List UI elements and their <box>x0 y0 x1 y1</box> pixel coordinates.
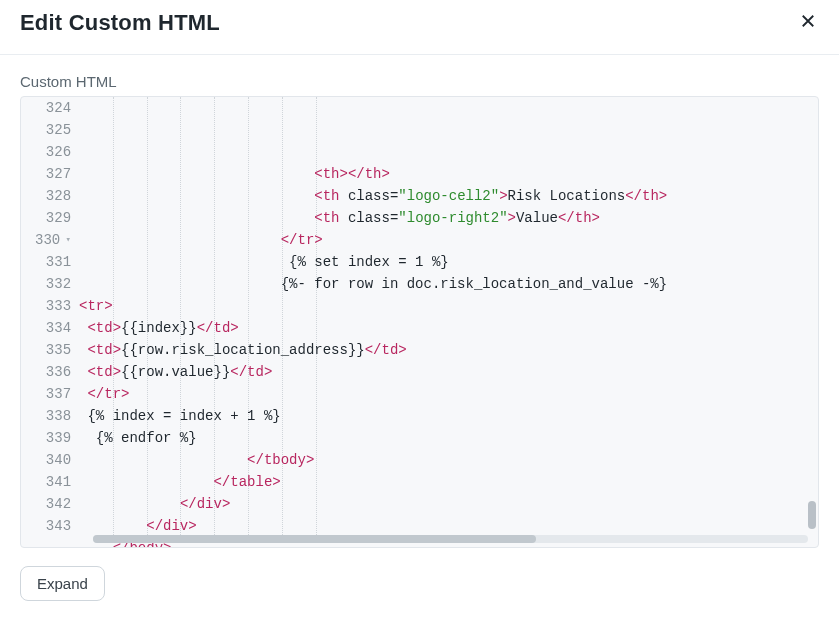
dialog-footer: Expand <box>0 556 839 611</box>
line-number: 339 <box>35 427 71 449</box>
code-line[interactable]: </tr> <box>79 383 798 405</box>
code-line[interactable]: <th class="logo-right2">Value</th> <box>79 207 798 229</box>
code-line[interactable]: {%- for row in doc.risk_location_and_val… <box>79 273 798 295</box>
expand-button[interactable]: Expand <box>20 566 105 601</box>
line-number: 325 <box>35 119 71 141</box>
code-line[interactable]: </table> <box>79 471 798 493</box>
line-number: 341 <box>35 471 71 493</box>
code-editor[interactable]: 3243253263273283293303313323333343353363… <box>20 96 819 548</box>
code-line[interactable]: {% endfor %} <box>79 427 798 449</box>
field-label: Custom HTML <box>20 73 819 90</box>
code-line[interactable]: <td>{{index}}</td> <box>79 317 798 339</box>
code-line[interactable]: <th class="logo-cell2">Risk Locations</t… <box>79 185 798 207</box>
line-number: 343 <box>35 515 71 537</box>
line-number: 330 <box>35 229 71 251</box>
code-line[interactable]: </tbody> <box>79 449 798 471</box>
code-line[interactable]: <td>{{row.value}}</td> <box>79 361 798 383</box>
line-number: 337 <box>35 383 71 405</box>
dialog-header: Edit Custom HTML <box>0 0 839 55</box>
code-line[interactable]: </div> <box>79 515 798 537</box>
line-number: 340 <box>35 449 71 471</box>
dialog-title: Edit Custom HTML <box>20 10 220 36</box>
code-line[interactable]: </div> <box>79 493 798 515</box>
line-number: 338 <box>35 405 71 427</box>
line-number: 329 <box>35 207 71 229</box>
line-number: 324 <box>35 97 71 119</box>
line-number: 326 <box>35 141 71 163</box>
code-lines[interactable]: <th></th> <th class="logo-cell2">Risk Lo… <box>79 97 818 547</box>
code-line[interactable]: {% index = index + 1 %} <box>79 405 798 427</box>
code-line[interactable]: <th></th> <box>79 163 798 185</box>
line-number-gutter: 3243253263273283293303313323333343353363… <box>21 97 79 547</box>
close-icon[interactable] <box>797 10 819 32</box>
code-editor-scroll[interactable]: 3243253263273283293303313323333343353363… <box>21 97 818 547</box>
scrollbar-horizontal-thumb[interactable] <box>93 535 536 543</box>
line-number: 342 <box>35 493 71 515</box>
line-number: 327 <box>35 163 71 185</box>
line-number: 335 <box>35 339 71 361</box>
line-number: 333 <box>35 295 71 317</box>
code-line[interactable]: <td>{{row.risk_location_address}}</td> <box>79 339 798 361</box>
dialog-body: Custom HTML 3243253263273283293303313323… <box>0 55 839 556</box>
scrollbar-horizontal-track[interactable] <box>93 535 808 543</box>
code-line[interactable]: </tr> <box>79 229 798 251</box>
code-line[interactable]: <tr> <box>79 295 798 317</box>
line-number: 332 <box>35 273 71 295</box>
line-number: 334 <box>35 317 71 339</box>
line-number: 328 <box>35 185 71 207</box>
line-number: 336 <box>35 361 71 383</box>
scrollbar-vertical-thumb[interactable] <box>808 501 816 529</box>
line-number: 331 <box>35 251 71 273</box>
code-line[interactable]: {% set index = 1 %} <box>79 251 798 273</box>
